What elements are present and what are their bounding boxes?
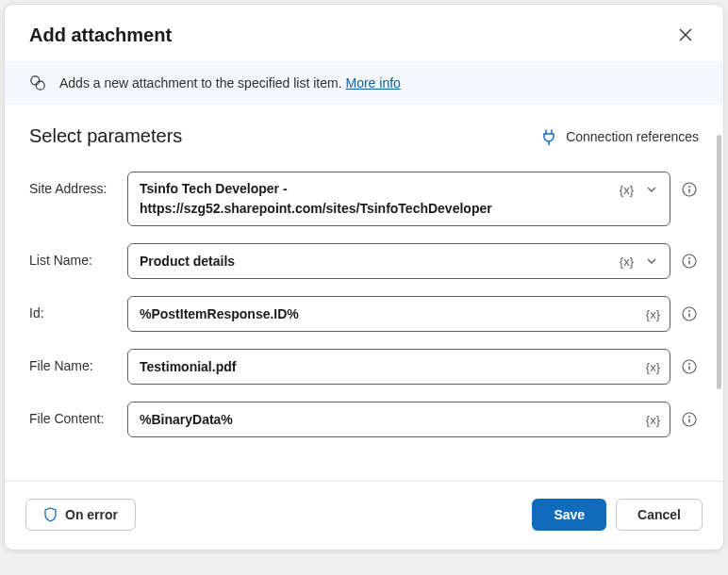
info-button[interactable] (680, 304, 699, 323)
field-label: Site Address: (29, 172, 118, 196)
on-error-button[interactable]: On error (25, 499, 136, 531)
variable-button[interactable]: {x} (644, 411, 662, 429)
add-attachment-dialog: Add attachment Adds a new attachment to … (4, 4, 724, 550)
variable-button[interactable]: {x} (618, 253, 636, 271)
close-icon (679, 28, 692, 41)
save-button[interactable]: Save (532, 499, 606, 531)
svg-point-11 (688, 416, 690, 418)
file-content-value: %BinaryData% (140, 412, 233, 427)
info-button[interactable] (680, 180, 699, 199)
input-actions: {x} (644, 411, 662, 429)
cancel-button[interactable]: Cancel (616, 499, 703, 531)
shield-icon (43, 507, 58, 522)
info-button[interactable] (680, 252, 699, 271)
on-error-label: On error (65, 507, 118, 522)
svg-point-0 (31, 76, 40, 85)
file-content-input[interactable]: %BinaryData% {x} (127, 402, 670, 437)
field-file-content: File Content: %BinaryData% {x} (29, 402, 699, 437)
info-icon (682, 412, 697, 427)
cancel-label: Cancel (637, 507, 681, 522)
dialog-title: Add attachment (29, 25, 172, 46)
id-value: %PostItemResponse.ID% (140, 306, 299, 321)
field-file-name: File Name: Testimonial.pdf {x} (29, 349, 699, 385)
description-bar: Adds a new attachment to the specified l… (5, 61, 723, 105)
info-button[interactable] (680, 357, 699, 376)
list-name-value: Product details (140, 254, 235, 269)
input-actions: {x} (618, 251, 662, 271)
chevron-down-icon (646, 184, 657, 195)
dialog-body: Select parameters Connection references … (5, 105, 723, 464)
parameters-header: Select parameters Connection references (29, 125, 699, 147)
save-label: Save (554, 507, 585, 522)
connection-references-label: Connection references (566, 129, 699, 144)
file-name-input[interactable]: Testimonial.pdf {x} (127, 349, 670, 385)
dropdown-button[interactable] (641, 179, 662, 200)
chevron-down-icon (646, 255, 657, 267)
scrollbar[interactable] (717, 135, 721, 389)
site-address-value: Tsinfo Tech Developer - https://szg52.sh… (140, 181, 492, 216)
description-text: Adds a new attachment to the specified l… (59, 75, 401, 90)
variable-button[interactable]: {x} (644, 305, 662, 323)
id-input[interactable]: %PostItemResponse.ID% {x} (127, 296, 670, 332)
svg-point-9 (688, 363, 690, 365)
connection-references-button[interactable]: Connection references (541, 128, 699, 145)
dropdown-button[interactable] (641, 251, 662, 271)
info-button[interactable] (680, 410, 699, 429)
sharepoint-icon (29, 74, 46, 91)
info-icon (682, 359, 697, 374)
svg-point-3 (688, 186, 690, 188)
info-icon (682, 182, 697, 197)
field-label: File Name: (29, 349, 118, 373)
field-id: Id: %PostItemResponse.ID% {x} (29, 296, 699, 332)
dialog-footer: On error Save Cancel (5, 481, 723, 550)
variable-button[interactable]: {x} (644, 358, 662, 376)
field-label: List Name: (29, 243, 118, 268)
more-info-link[interactable]: More info (346, 75, 401, 90)
input-actions: {x} (644, 358, 662, 376)
variable-button[interactable]: {x} (618, 181, 636, 199)
parameters-title: Select parameters (29, 125, 182, 147)
dialog-header: Add attachment (5, 5, 723, 61)
plug-icon (541, 128, 556, 145)
field-label: File Content: (29, 402, 118, 426)
list-name-input[interactable]: Product details {x} (127, 243, 670, 279)
field-list-name: List Name: Product details {x} (29, 243, 699, 279)
info-icon (682, 254, 697, 269)
file-name-value: Testimonial.pdf (140, 359, 236, 374)
svg-point-1 (36, 81, 44, 90)
site-address-input[interactable]: Tsinfo Tech Developer - https://szg52.sh… (127, 172, 670, 226)
description-content: Adds a new attachment to the specified l… (59, 75, 342, 90)
svg-point-5 (688, 257, 690, 259)
input-actions: {x} (644, 305, 662, 323)
info-icon (682, 306, 697, 321)
input-actions: {x} (618, 179, 662, 200)
field-site-address: Site Address: Tsinfo Tech Developer - ht… (29, 172, 699, 226)
field-label: Id: (29, 296, 118, 320)
svg-point-7 (688, 310, 690, 312)
close-button[interactable] (672, 22, 699, 48)
